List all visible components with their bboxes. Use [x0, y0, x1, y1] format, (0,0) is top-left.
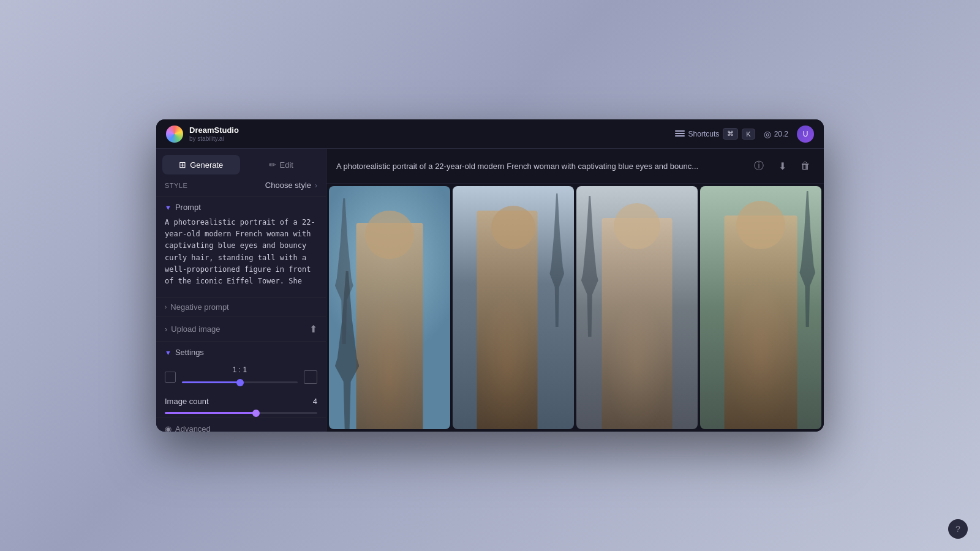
style-value-text: Choose style: [265, 181, 311, 190]
settings-section: ▼ Settings 1 : 1: [156, 342, 326, 418]
settings-header[interactable]: ▼ Settings: [165, 342, 317, 362]
shortcuts-label: Shortcuts: [688, 130, 720, 138]
tab-edit[interactable]: ✏ Edit: [243, 155, 320, 174]
style-chooser[interactable]: Choose style ›: [265, 181, 317, 190]
upload-chevron-icon: ›: [165, 324, 167, 334]
image-count-value: 4: [313, 397, 317, 406]
download-button[interactable]: ⬇: [774, 157, 791, 174]
upload-image-row[interactable]: › Upload image ⬆: [156, 317, 326, 342]
negative-prompt-chevron-icon: ›: [165, 304, 167, 310]
aspect-ratio-small-icon: [165, 372, 176, 383]
credits-icon: ◎: [764, 129, 771, 139]
aspect-ratio-slider-fill: [182, 381, 240, 383]
upload-icon[interactable]: ⬆: [309, 323, 317, 335]
delete-button[interactable]: 🗑: [797, 157, 814, 174]
keyboard-icon: [675, 130, 685, 138]
eye-icon: ◉: [165, 424, 172, 432]
advanced-row[interactable]: ◉ Advanced: [156, 418, 326, 432]
upload-left[interactable]: › Upload image: [165, 324, 221, 334]
prompt-bar-text: A photorealistic portrait of a 22-year-o…: [336, 162, 744, 171]
credits-display: ◎ 20.2: [764, 129, 788, 139]
image-grid: [326, 184, 824, 432]
app-logo: [166, 126, 183, 143]
prompt-header[interactable]: ▼ Prompt: [165, 197, 317, 217]
style-row[interactable]: Style Choose style ›: [156, 174, 326, 197]
title-bar-right: Shortcuts ⌘ K ◎ 20.2 U: [675, 126, 814, 143]
image-count-slider-thumb[interactable]: [252, 410, 260, 417]
image-card[interactable]: [700, 186, 821, 429]
edit-icon: ✏: [269, 160, 276, 170]
aspect-ratio-row: 1 : 1: [165, 362, 317, 392]
aspect-ratio-slider-container: 1 : 1: [182, 365, 298, 388]
settings-toggle-icon: ▼: [165, 349, 172, 356]
settings-label: Settings: [175, 348, 204, 357]
aspect-ratio-large-icon: [304, 370, 317, 384]
kbd-cmd: ⌘: [723, 128, 738, 140]
app-name: DreamStudio: [189, 126, 239, 135]
style-section-label: Style: [165, 182, 187, 189]
image-count-label: Image count: [165, 397, 209, 406]
prompt-section: ▼ Prompt A photorealistic portrait of a …: [156, 197, 326, 297]
kbd-k: K: [742, 129, 755, 140]
upload-image-label: Upload image: [171, 324, 220, 334]
tab-generate-label: Generate: [190, 160, 223, 170]
main-area: A photorealistic portrait of a 22-year-o…: [326, 149, 824, 432]
user-avatar[interactable]: U: [797, 126, 814, 143]
prompt-textarea[interactable]: A photorealistic portrait of a 22-year-o…: [165, 217, 317, 287]
aspect-ratio-slider-track[interactable]: [182, 381, 298, 383]
generate-icon: ⊞: [179, 160, 186, 170]
image-count-row: Image count 4: [165, 392, 317, 408]
tab-edit-label: Edit: [280, 160, 293, 170]
app-window: DreamStudio by stability.ai Shortcuts ⌘ …: [156, 119, 824, 432]
negative-prompt-row[interactable]: › Negative prompt: [156, 297, 326, 317]
sidebar: ⊞ Generate ✏ Edit Style Choose style ›: [156, 149, 326, 432]
app-subtitle: by stability.ai: [189, 135, 239, 142]
aspect-ratio-slider-thumb[interactable]: [236, 379, 244, 386]
advanced-label: Advanced: [175, 424, 211, 432]
nav-tabs: ⊞ Generate ✏ Edit: [156, 149, 326, 174]
image-count-slider[interactable]: [165, 412, 317, 414]
prompt-toggle-icon: ▼: [165, 204, 172, 211]
prompt-label: Prompt: [175, 203, 201, 212]
image-card[interactable]: [329, 186, 450, 429]
shortcuts-button[interactable]: Shortcuts ⌘ K: [675, 128, 755, 140]
main-content: ⊞ Generate ✏ Edit Style Choose style ›: [156, 149, 824, 432]
tab-generate[interactable]: ⊞ Generate: [162, 155, 240, 174]
prompt-bar-actions: ⓘ ⬇ 🗑: [750, 157, 814, 174]
info-button[interactable]: ⓘ: [750, 157, 767, 174]
image-card[interactable]: [453, 186, 574, 429]
title-bar: DreamStudio by stability.ai Shortcuts ⌘ …: [156, 119, 824, 149]
image-count-slider-fill: [165, 412, 256, 414]
title-bar-left: DreamStudio by stability.ai: [166, 126, 239, 143]
aspect-ratio-value: 1 : 1: [233, 365, 247, 374]
image-card[interactable]: [576, 186, 698, 429]
prompt-bar: A photorealistic portrait of a 22-year-o…: [326, 149, 824, 184]
credits-value: 20.2: [774, 130, 788, 138]
chevron-right-icon: ›: [315, 181, 317, 190]
negative-prompt-label: Negative prompt: [170, 302, 228, 312]
